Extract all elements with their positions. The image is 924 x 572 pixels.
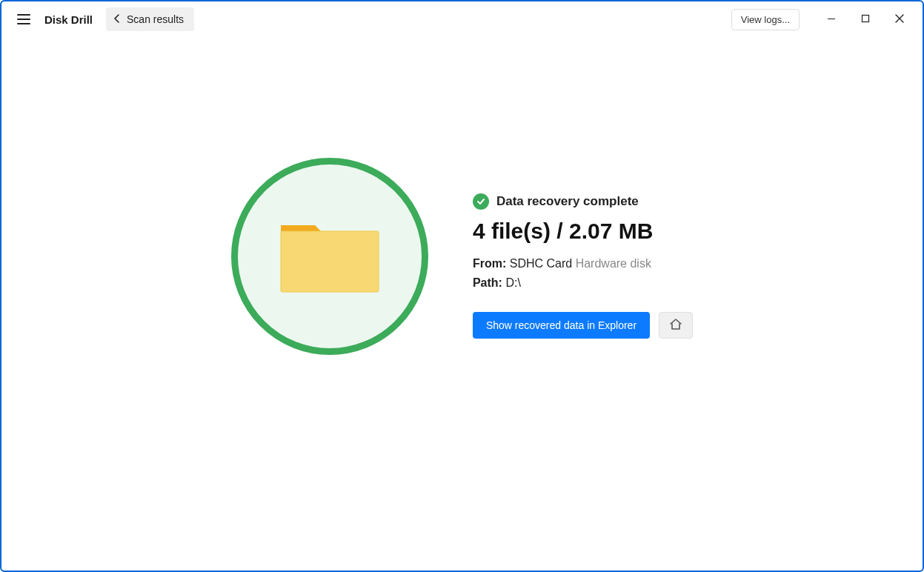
- status-row: Data recovery complete: [473, 193, 693, 210]
- close-icon: [895, 14, 904, 25]
- path-label: Path:: [473, 276, 502, 289]
- titlebar-right: View logs...: [731, 7, 917, 31]
- from-row: From: SDHC Card Hardware disk: [473, 257, 693, 270]
- view-logs-button[interactable]: View logs...: [731, 9, 800, 30]
- folder-illustration: [231, 158, 428, 355]
- svg-rect-1: [862, 15, 869, 21]
- result-info: Data recovery complete 4 file(s) / 2.07 …: [473, 167, 693, 339]
- path-value: D:\: [505, 276, 520, 289]
- home-button[interactable]: [659, 312, 693, 339]
- maximize-button[interactable]: [848, 7, 883, 31]
- path-row: Path: D:\: [473, 276, 693, 290]
- back-label: Scan results: [127, 13, 184, 25]
- folder-icon: [278, 215, 382, 299]
- maximize-icon: [861, 14, 870, 25]
- from-label: From:: [473, 257, 506, 270]
- result-summary: 4 file(s) / 2.07 MB: [473, 219, 693, 244]
- svg-rect-0: [828, 19, 835, 19]
- show-in-explorer-button[interactable]: Show recovered data in Explorer: [473, 312, 650, 339]
- menu-button[interactable]: [12, 7, 36, 31]
- back-button[interactable]: Scan results: [106, 7, 194, 31]
- minimize-button[interactable]: [814, 7, 848, 31]
- home-icon: [668, 317, 683, 334]
- close-button[interactable]: [883, 7, 917, 31]
- status-text: Data recovery complete: [496, 194, 639, 209]
- action-row: Show recovered data in Explorer: [473, 312, 693, 339]
- titlebar-left: Disk Drill Scan results: [7, 7, 194, 31]
- from-value: SDHC Card: [510, 257, 572, 270]
- titlebar: Disk Drill Scan results View logs...: [1, 1, 923, 37]
- main-content: Data recovery complete 4 file(s) / 2.07 …: [1, 37, 923, 571]
- check-circle-icon: [473, 193, 489, 210]
- svg-rect-2: [281, 231, 379, 292]
- minimize-icon: [827, 14, 836, 25]
- from-detail: Hardware disk: [576, 257, 651, 270]
- app-title: Disk Drill: [44, 13, 93, 26]
- chevron-left-icon: [113, 13, 121, 25]
- result-panel: Data recovery complete 4 file(s) / 2.07 …: [231, 167, 693, 355]
